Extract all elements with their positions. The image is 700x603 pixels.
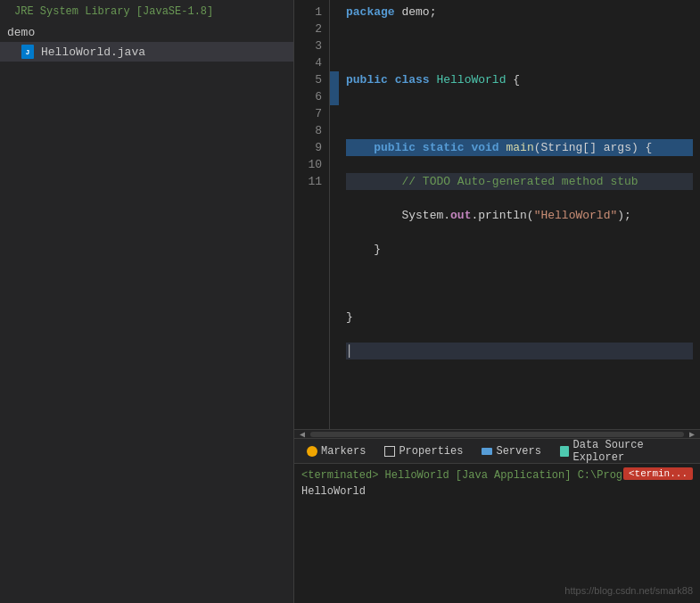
line-num-4: 4 (294, 54, 322, 71)
tab-datasource[interactable]: Data Source Explorer (551, 439, 696, 464)
editor-gutter (330, 0, 339, 429)
datasource-icon (560, 446, 570, 457)
line-num-7: 7 (294, 105, 322, 122)
bottom-panel: Markers Properties Servers Data Source E… (294, 438, 700, 603)
java-icon: J (21, 45, 34, 59)
line-numbers: 1 2 3 4 5 6 7 8 9 10 11 (294, 0, 330, 429)
gutter-mark-5 (330, 71, 339, 88)
tab-markers-label: Markers (321, 445, 366, 458)
code-content[interactable]: package demo; public class HelloWorld { … (339, 0, 700, 429)
tab-datasource-label: Data Source Explorer (572, 439, 687, 464)
code-line-5: public static void main(String[] args) { (346, 139, 693, 156)
tab-markers[interactable]: Markers (298, 439, 375, 464)
tab-properties-label: Properties (399, 445, 463, 458)
markers-icon (307, 446, 317, 457)
output-text: HelloWorld (301, 485, 366, 498)
properties-icon (384, 446, 395, 457)
file-label: HelloWorld.java (41, 45, 145, 59)
line-num-6: 6 (294, 88, 322, 105)
console-output-line: HelloWorld (301, 483, 693, 500)
sidebar-item-project[interactable]: demo (0, 23, 293, 42)
line-num-9: 9 (294, 139, 322, 156)
bottom-tabs: Markers Properties Servers Data Source E… (294, 439, 700, 464)
scroll-left-icon[interactable]: ◀ (298, 429, 307, 439)
main-area: 1 2 3 4 5 6 7 8 9 10 11 package demo; pu… (294, 0, 700, 603)
terminate-button[interactable]: <termin... (623, 467, 693, 480)
tab-servers-label: Servers (496, 445, 540, 458)
line-num-2: 2 (294, 21, 322, 37)
code-line-7: System.out.println("HelloWorld"); (346, 207, 693, 224)
line-num-10: 10 (294, 156, 322, 173)
editor-scrollbar[interactable]: ◀ ▶ (294, 429, 700, 438)
line-num-5: 5 (294, 71, 322, 88)
sidebar-section-jre: JRE System Library [JavaSE-1.8] (0, 0, 293, 23)
scrollbar-track[interactable] (310, 432, 684, 437)
tab-servers[interactable]: Servers (473, 439, 550, 464)
line-num-1: 1 (294, 4, 322, 21)
code-line-11: │ (346, 343, 693, 359)
line-num-11: 11 (294, 173, 322, 190)
watermark: https://blog.csdn.net/smark88 (564, 585, 693, 596)
code-line-2 (346, 37, 693, 54)
tab-properties[interactable]: Properties (375, 439, 473, 464)
sidebar-item-jre[interactable]: JRE System Library [JavaSE-1.8] (0, 4, 293, 20)
bottom-content: <terminated> HelloWorld [Java Applicatio… (294, 464, 700, 603)
code-line-6: // TODO Auto-generated method stub (346, 173, 693, 190)
code-editor[interactable]: 1 2 3 4 5 6 7 8 9 10 11 package demo; pu… (294, 0, 700, 438)
servers-icon (482, 448, 492, 455)
line-num-8: 8 (294, 122, 322, 139)
code-line-8: } (346, 241, 693, 258)
gutter-mark-6 (330, 88, 339, 105)
code-line-3: public class HelloWorld { (346, 71, 693, 88)
sidebar: JRE System Library [JavaSE-1.8] demo J H… (0, 0, 294, 603)
code-line-9 (346, 275, 693, 292)
code-line-10: } (346, 309, 693, 326)
sidebar-item-file[interactable]: J HelloWorld.java (0, 42, 293, 62)
scroll-right-icon[interactable]: ▶ (688, 429, 696, 439)
code-line-4 (346, 105, 693, 122)
java-file-icon: J (21, 45, 36, 59)
code-line-1: package demo; (346, 4, 693, 21)
line-num-3: 3 (294, 37, 322, 54)
code-area: 1 2 3 4 5 6 7 8 9 10 11 package demo; pu… (294, 0, 700, 429)
